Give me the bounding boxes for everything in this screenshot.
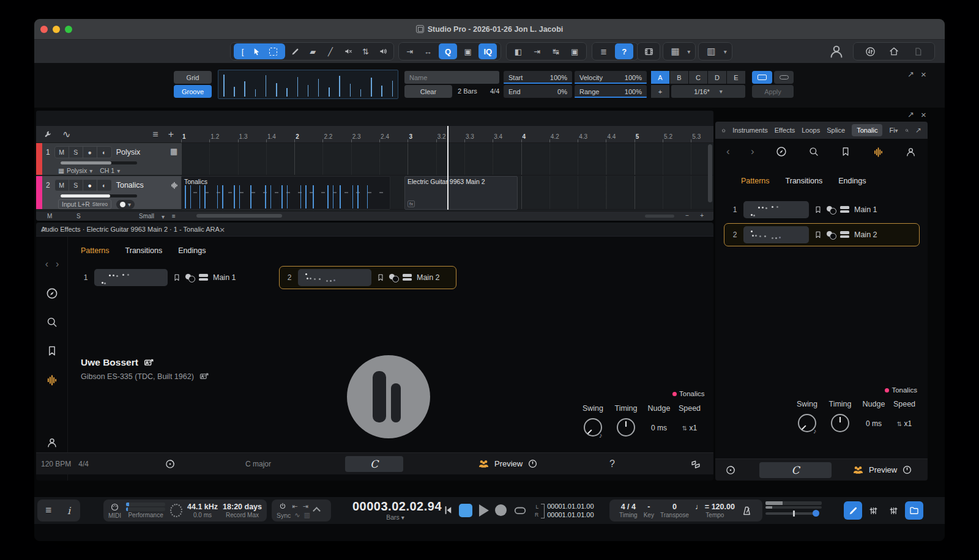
main-volume-slider[interactable] xyxy=(765,512,818,515)
mute-button[interactable]: M xyxy=(55,180,69,191)
eraser-tool-button[interactable]: ▰ xyxy=(305,43,320,59)
speed-value[interactable]: ⇅ x1 xyxy=(897,419,912,428)
detach-icon[interactable]: ↗ xyxy=(915,126,921,134)
mute-button[interactable]: M xyxy=(55,147,69,158)
monitor-button[interactable]: ◐ xyxy=(97,180,111,191)
stretch-button[interactable]: ↔ xyxy=(420,43,435,59)
tab-files[interactable]: Fi▾ xyxy=(889,127,898,134)
nudge-value[interactable]: 0 ms xyxy=(651,424,667,432)
track1-name[interactable]: Polysix xyxy=(116,148,141,157)
mixer-view-dropdown[interactable]: ▾ xyxy=(724,48,727,55)
track-header-polysix[interactable]: 1 MS●◐ Polysix ▦ ▦Polysix▾ CH 1▾ xyxy=(36,143,181,175)
grid-view-button[interactable]: ▦ xyxy=(668,43,683,59)
grid-view-dropdown[interactable]: ▾ xyxy=(687,48,690,55)
close-ara-icon[interactable]: × xyxy=(220,225,225,234)
metronome-icon[interactable] xyxy=(741,505,753,517)
bookmark-icon[interactable] xyxy=(46,345,58,357)
pattern-row-main2[interactable]: 2 Main 2 xyxy=(286,269,440,286)
position-unit-dropdown[interactable]: Bars ▾ xyxy=(352,514,438,521)
bookmark-icon[interactable] xyxy=(376,273,385,282)
line-tool-button[interactable]: ╱ xyxy=(323,43,338,59)
pattern-row-main1[interactable]: 1 Main 1 xyxy=(82,269,236,286)
discover-icon[interactable] xyxy=(45,287,59,300)
variants-icon[interactable] xyxy=(389,274,398,281)
record-button[interactable] xyxy=(495,504,507,516)
film-view-button[interactable] xyxy=(641,43,656,59)
clip-electric-guitar[interactable]: Electric Guitar 9963 Main 2 fx xyxy=(404,176,518,210)
layers-icon[interactable] xyxy=(840,206,849,213)
marker-left-icon[interactable]: ⇤ xyxy=(292,503,297,510)
bend-tool-button[interactable]: ⇅ xyxy=(359,43,373,59)
preview-control[interactable]: Preview xyxy=(478,458,538,470)
metronome-circle-icon[interactable] xyxy=(165,459,176,470)
solo-button[interactable]: S xyxy=(69,147,83,158)
layers-icon[interactable] xyxy=(840,231,849,238)
layers-icon[interactable] xyxy=(403,274,412,281)
artist-card-icon[interactable] xyxy=(143,357,154,368)
tab-instruments[interactable]: Instruments xyxy=(732,127,767,134)
search-icon[interactable] xyxy=(46,316,58,328)
resolution-dropdown[interactable]: 1/16* ▾ xyxy=(671,85,745,98)
track1-volume-slider[interactable] xyxy=(61,161,137,164)
record-arm-button[interactable]: ● xyxy=(83,180,97,191)
track-header-tonalics[interactable]: 2 MS●◐ Tonalics Input L+RStereo ▾ xyxy=(36,176,181,210)
tab-splice[interactable]: Splice xyxy=(827,127,845,134)
expand-ara-icon[interactable]: ↗ xyxy=(41,226,48,234)
account-icon[interactable] xyxy=(905,146,917,158)
preset-c[interactable]: C xyxy=(689,71,707,84)
focus-button[interactable]: ▣ xyxy=(567,43,582,59)
volume-thumb[interactable] xyxy=(793,510,795,517)
speed-value[interactable]: ⇅ x1 xyxy=(682,424,697,432)
groove-display[interactable] xyxy=(218,70,398,99)
zoom-in-icon[interactable]: + xyxy=(700,212,704,219)
collapse-chevron[interactable] xyxy=(313,507,321,515)
quantize-toggle-a[interactable] xyxy=(752,71,772,84)
preset-b[interactable]: B xyxy=(670,71,688,84)
close-arrange-icon[interactable]: × xyxy=(921,110,926,119)
help-button[interactable]: ? xyxy=(609,459,615,470)
tab-loops[interactable]: Loops xyxy=(802,127,820,134)
track2-volume-slider[interactable] xyxy=(61,194,137,197)
quantize-button[interactable]: Q xyxy=(439,43,457,59)
position-display[interactable]: 00003.02.02.94 Bars ▾ xyxy=(352,499,438,521)
track2-input-chip[interactable]: Input L+RStereo xyxy=(58,199,111,209)
track2-name[interactable]: Tonalics xyxy=(116,181,144,190)
expand-panel-icon[interactable]: ↗ xyxy=(907,70,914,78)
solo-button[interactable]: S xyxy=(69,180,83,191)
go-to-end-button[interactable]: ⇥ xyxy=(530,43,545,59)
stop-button[interactable] xyxy=(459,504,472,517)
user-avatar[interactable] xyxy=(828,43,845,60)
sync-control[interactable]: ⇤ ⇥ Sync ∿ ▥ xyxy=(277,502,310,519)
play-button[interactable] xyxy=(479,504,489,517)
tab-endings[interactable]: Endings xyxy=(178,246,206,255)
variants-icon[interactable] xyxy=(827,206,836,213)
track2-monitor-toggle[interactable]: ▾ xyxy=(116,200,135,209)
preview-control[interactable]: Preview xyxy=(852,464,912,476)
marker-right-icon[interactable]: ⇥ xyxy=(302,503,308,510)
exchange-button[interactable] xyxy=(863,43,877,59)
nudge-value[interactable]: 0 ms xyxy=(866,419,882,428)
record-arm-button[interactable]: ● xyxy=(83,147,97,158)
monitor-button[interactable]: ◐ xyxy=(97,147,111,158)
track-size-dropdown[interactable]: Small xyxy=(139,213,154,219)
lanes-icon[interactable]: ≡ xyxy=(172,213,176,219)
track-view-button[interactable]: ◧ xyxy=(511,43,526,59)
bookmark-icon[interactable] xyxy=(173,273,181,282)
transpose-field[interactable]: 0Transpose xyxy=(660,503,689,518)
help-button[interactable]: ? xyxy=(615,43,633,59)
hamburger-menu-button[interactable]: ≡ xyxy=(39,501,58,520)
timing-knob[interactable] xyxy=(617,418,635,437)
input-quantize-button[interactable]: IQ xyxy=(478,43,497,59)
forward-icon[interactable]: › xyxy=(751,146,754,158)
clip-tonalics[interactable]: Tonalics xyxy=(181,176,390,210)
instrument-card-icon[interactable] xyxy=(199,371,209,381)
add-preset-button[interactable]: + xyxy=(651,85,669,98)
expand-arrange-icon[interactable]: ↗ xyxy=(907,111,914,119)
groove-name-input[interactable] xyxy=(409,74,494,81)
tab-tonalic[interactable]: Tonalic xyxy=(852,124,882,136)
preset-d[interactable]: D xyxy=(708,71,726,84)
home-icon[interactable] xyxy=(721,126,726,135)
timing-knob[interactable] xyxy=(831,414,849,432)
macro-button[interactable]: ≣ xyxy=(597,43,611,59)
bookmark-icon[interactable] xyxy=(814,230,822,239)
